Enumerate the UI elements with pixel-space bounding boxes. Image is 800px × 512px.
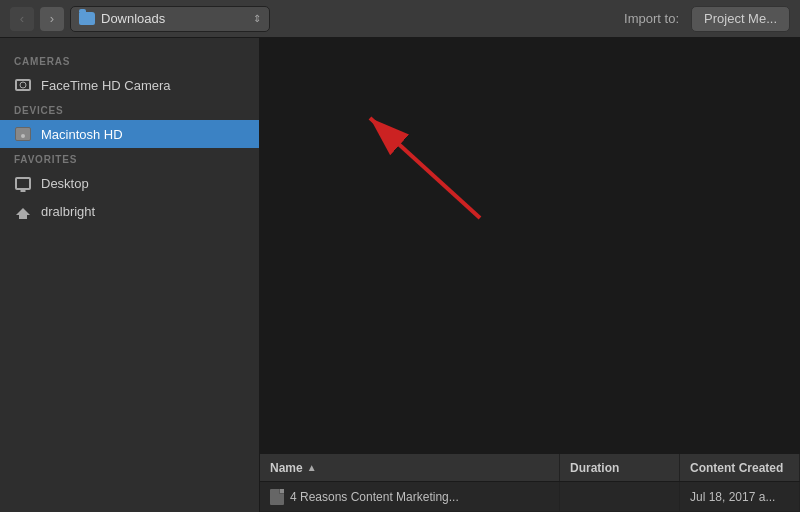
sidebar-macintosh-hd-label: Macintosh HD (41, 127, 123, 142)
sort-arrow-icon: ▲ (307, 462, 317, 473)
table-header: Name ▲ Duration Content Created (260, 454, 800, 482)
location-dropdown[interactable]: Downloads ⇕ (70, 6, 270, 32)
col-header-content-created[interactable]: Content Created (680, 454, 800, 481)
folder-icon (79, 12, 95, 25)
col-content-created-label: Content Created (690, 461, 783, 475)
sidebar-dralbright-label: dralbright (41, 204, 95, 219)
sidebar-desktop-label: Desktop (41, 176, 89, 191)
cell-content-created-value: Jul 18, 2017 a... (690, 490, 775, 504)
table-area: Name ▲ Duration Content Created 4 Reason… (260, 453, 800, 512)
cameras-section-label: Cameras (0, 50, 259, 71)
col-header-duration[interactable]: Duration (560, 454, 680, 481)
harddrive-icon (14, 125, 32, 143)
table-row[interactable]: 4 Reasons Content Marketing... Jul 18, 2… (260, 482, 800, 512)
forward-icon: › (50, 11, 54, 26)
col-duration-label: Duration (570, 461, 619, 475)
location-label: Downloads (101, 11, 247, 26)
main-layout: Cameras FaceTime HD Camera Devices Macin… (0, 38, 800, 512)
file-icon (270, 489, 284, 505)
top-bar: ‹ › Downloads ⇕ Import to: Project Me... (0, 0, 800, 38)
devices-section-label: Devices (0, 99, 259, 120)
sidebar-item-desktop[interactable]: Desktop (0, 169, 259, 197)
col-header-name[interactable]: Name ▲ (260, 454, 560, 481)
sidebar-item-dralbright[interactable]: dralbright (0, 197, 259, 225)
cell-content-created: Jul 18, 2017 a... (680, 482, 800, 511)
red-arrow (340, 88, 500, 248)
sidebar: Cameras FaceTime HD Camera Devices Macin… (0, 38, 260, 512)
cell-duration (560, 482, 680, 511)
import-button[interactable]: Project Me... (691, 6, 790, 32)
sidebar-facetime-label: FaceTime HD Camera (41, 78, 171, 93)
back-button[interactable]: ‹ (10, 7, 34, 31)
sidebar-item-macintosh-hd[interactable]: Macintosh HD (0, 120, 259, 148)
col-name-label: Name (270, 461, 303, 475)
cell-name: 4 Reasons Content Marketing... (260, 482, 560, 511)
cell-name-value: 4 Reasons Content Marketing... (290, 490, 459, 504)
home-icon-container (14, 202, 32, 220)
favorites-section-label: Favorites (0, 148, 259, 169)
import-prefix-label: Import to: (624, 11, 679, 26)
forward-button[interactable]: › (40, 7, 64, 31)
back-icon: ‹ (20, 11, 24, 26)
desktop-icon-container (14, 174, 32, 192)
chevron-updown-icon: ⇕ (253, 13, 261, 24)
content-main (260, 38, 800, 453)
svg-line-1 (370, 118, 480, 218)
camera-icon (14, 76, 32, 94)
sidebar-item-facetime[interactable]: FaceTime HD Camera (0, 71, 259, 99)
content-area: Name ▲ Duration Content Created 4 Reason… (260, 38, 800, 512)
